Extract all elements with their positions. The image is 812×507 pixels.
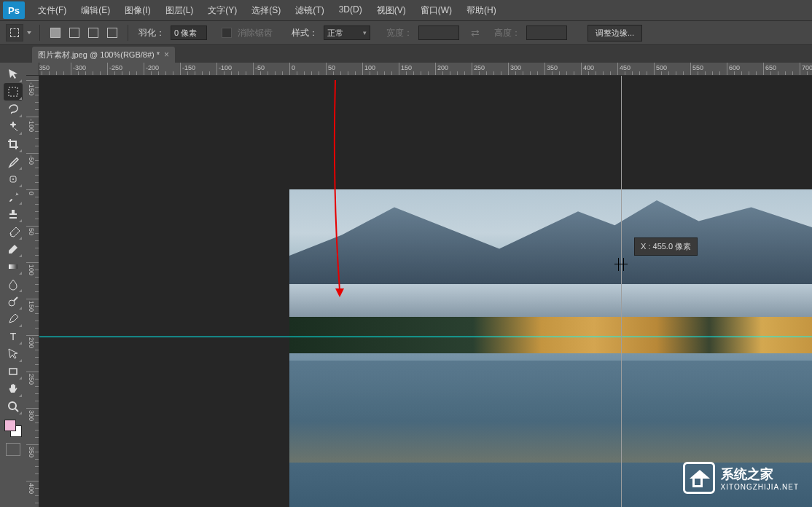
horizontal-ruler[interactable]: -350-300-250-200-150-100-500501001502002… [39,63,812,76]
options-bar: 羽化： 消除锯齿 样式： 正常 宽度： ⇄ 高度： 调整边缘... [0,20,812,45]
ruler-origin[interactable] [26,63,39,76]
move-tool[interactable] [4,66,23,83]
marquee-tool[interactable] [4,83,23,101]
gradient-tool[interactable] [4,258,23,275]
stamp-tool[interactable] [4,205,23,223]
menu-文字Y[interactable]: 文字(Y) [200,0,244,21]
type-tool[interactable]: T [4,328,23,345]
app-logo: Ps [3,1,25,19]
viewport[interactable]: X : 455.0 像素 [39,76,812,507]
crop-tool[interactable] [4,135,23,153]
height-input [526,25,567,40]
eraser-tool[interactable] [4,240,23,258]
vertical-ruler[interactable]: -150-100-5005010015020025030035040045050… [26,76,39,507]
menu-帮助H[interactable]: 帮助(H) [459,0,504,21]
menu-编辑E[interactable]: 编辑(E) [74,0,117,21]
menu-bar: Ps 文件(F)编辑(E)图像(I)图层(L)文字(Y)选择(S)滤镜(T)3D… [0,0,812,20]
dodge-tool[interactable] [4,293,23,310]
height-label: 高度： [494,27,520,39]
path-tool[interactable] [4,345,23,363]
style-select[interactable]: 正常 [324,25,370,40]
wand-tool[interactable] [4,118,23,135]
new-selection-icon[interactable] [47,25,63,41]
pen-tool[interactable] [4,310,23,328]
quick-mask-icon[interactable] [6,443,20,456]
menu-图像I[interactable]: 图像(I) [117,0,157,21]
menu-视图V[interactable]: 视图(V) [370,0,413,21]
color-swatches[interactable] [4,420,22,437]
antialias-label: 消除锯齿 [238,27,273,39]
svg-text:T: T [10,331,17,342]
document-tab-bar: 图片素材.jpeg @ 100%(RGB/8#) * × [0,45,812,63]
width-label: 宽度： [386,27,413,39]
svg-rect-0 [9,87,17,96]
swap-dims-icon[interactable]: ⇄ [471,27,480,39]
heal-tool[interactable] [4,170,23,188]
svg-point-7 [9,402,16,409]
watermark: 系统之家 XITONGZHIJIA.NET [683,462,800,494]
history-tool[interactable] [4,223,23,240]
svg-rect-3 [9,264,17,269]
intersect-selection-icon[interactable] [104,25,120,41]
subtract-selection-icon[interactable] [85,25,101,41]
svg-point-2 [12,178,14,180]
menu-文件F[interactable]: 文件(F) [31,0,74,21]
watermark-logo-icon [683,462,715,494]
close-icon[interactable]: × [164,50,169,60]
feather-input[interactable] [171,25,207,40]
style-label: 样式： [292,27,318,39]
refine-edge-button[interactable]: 调整边缘... [587,25,642,42]
eyedropper-tool[interactable] [4,153,23,170]
tool-preset-dropdown[interactable] [26,25,32,40]
document-tab[interactable]: 图片素材.jpeg @ 100%(RGB/8#) * × [32,47,175,63]
tool-preset[interactable] [6,24,23,42]
zoom-tool[interactable] [4,398,23,415]
watermark-cn: 系统之家 [721,465,800,483]
svg-point-4 [9,300,15,306]
watermark-en: XITONGZHIJIA.NET [721,483,800,491]
brush-tool[interactable] [4,188,23,205]
menu-选择S[interactable]: 选择(S) [244,0,288,21]
toolbox: T [0,63,26,507]
menu-窗口W[interactable]: 窗口(W) [413,0,459,21]
menu-图层L[interactable]: 图层(L) [158,0,201,21]
horizontal-guide[interactable] [39,337,812,337]
svg-rect-6 [9,369,17,374]
hand-tool[interactable] [4,380,23,398]
antialias-checkbox[interactable] [222,28,232,38]
menu-滤镜T[interactable]: 滤镜(T) [288,0,331,21]
image-canvas[interactable] [289,189,812,507]
vertical-guide[interactable] [621,76,622,507]
tab-title: 图片素材.jpeg @ 100%(RGB/8#) * [38,50,160,60]
add-selection-icon[interactable] [66,25,82,41]
rect-tool[interactable] [4,363,23,380]
width-input [418,25,459,40]
feather-label: 羽化： [138,27,165,39]
blur-tool[interactable] [4,275,23,293]
canvas-area: -350-300-250-200-150-100-500501001502002… [26,63,812,507]
lasso-tool[interactable] [4,101,23,118]
menu-3DD[interactable]: 3D(D) [332,0,370,21]
position-tooltip: X : 455.0 像素 [634,237,698,256]
